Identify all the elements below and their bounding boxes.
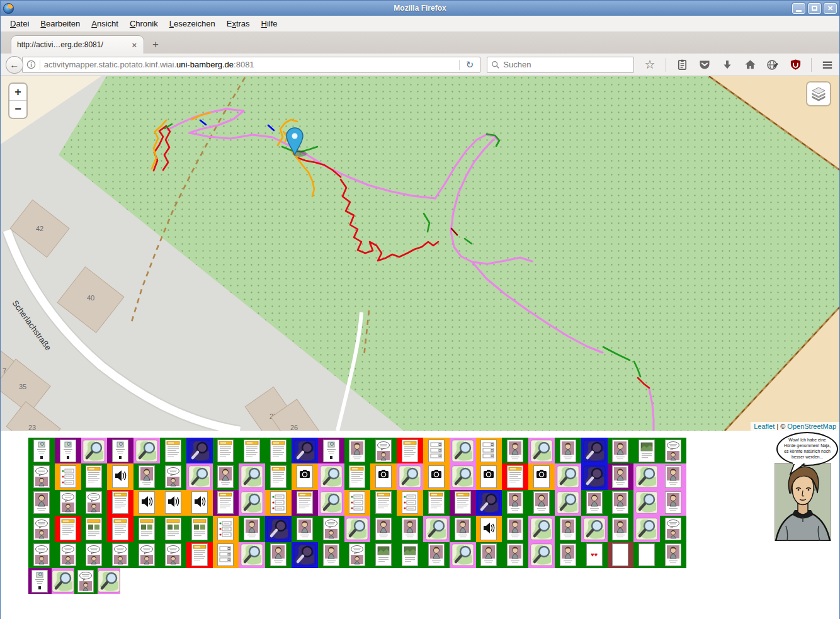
mosaic-tile-hearts[interactable]: ♥♥ [581,542,608,568]
mosaic-tile-map[interactable] [318,463,344,489]
mosaic-tile-photonote[interactable] [186,516,213,542]
downloads-icon[interactable] [720,58,734,72]
mosaic-tile-mapdark[interactable] [265,516,292,542]
home-icon[interactable] [743,58,757,72]
mosaic-tile-photo[interactable] [397,542,423,568]
mosaic-tile-note[interactable] [265,438,292,463]
mosaic-tile-avatar[interactable] [476,542,502,568]
search-box[interactable] [487,57,634,73]
leaflet-link[interactable]: Leaflet [754,423,775,430]
menu-datei[interactable]: Datei [4,16,35,31]
menu-ansicht[interactable]: Ansicht [86,16,124,31]
mosaic-tile-map[interactable] [239,490,265,516]
mosaic-tile-speaker[interactable] [160,490,186,516]
mosaic-tile-avatar[interactable] [555,542,581,568]
pocket-icon[interactable] [698,58,712,72]
mosaic-tile-avatar[interactable] [660,463,686,489]
mosaic-tile-form[interactable] [476,438,502,463]
menu-bearbeiten[interactable]: Bearbeiten [35,16,86,31]
mosaic-tile-note[interactable] [370,490,397,516]
mosaic-tile-mapdoc[interactable] [28,568,52,594]
mosaic-tile-mapdoc[interactable] [318,438,344,463]
mosaic-tile-photo[interactable] [633,438,660,463]
mosaic-tile-map[interactable] [555,463,581,489]
leaflet-map[interactable]: 42 40 7 35 23 28 [1,76,839,431]
menu-chronik[interactable]: Chronik [124,16,164,31]
mosaic-tile-checklist[interactable] [265,490,292,516]
bookmarks-sidebar-icon[interactable] [675,58,689,72]
mosaic-tile-bubble[interactable] [660,438,686,463]
mosaic-tile-avatar[interactable] [502,516,528,542]
mosaic-tile-note[interactable] [160,438,186,463]
mosaic-tile-camera[interactable] [423,463,450,489]
mosaic-tile-note[interactable] [265,463,292,489]
mosaic-tile-mapdoc[interactable] [55,438,81,463]
mosaic-tile-camera[interactable] [370,463,397,489]
mosaic-tile-avatar[interactable] [608,516,634,542]
search-input[interactable] [503,60,616,69]
mosaic-tile-form[interactable] [213,542,239,568]
tab-close-icon[interactable]: × [130,40,138,50]
hamburger-menu-icon[interactable] [820,58,834,72]
mosaic-tile-bubble[interactable] [28,542,55,568]
mosaic-tile-avatar[interactable] [423,542,450,568]
mosaic-tile-bubble[interactable] [74,568,98,594]
url-bar[interactable]: activitymapper.static.potato.kinf.wiai.u… [22,57,481,73]
mosaic-tile-camera[interactable] [476,463,502,489]
mosaic-tile-checklist[interactable] [55,463,81,489]
mosaic-tile-map[interactable] [81,438,108,463]
mosaic-tile-avatar[interactable] [213,463,239,489]
mosaic-tile-speaker[interactable] [133,490,160,516]
mosaic-tile-avatar[interactable] [450,516,476,542]
maximize-button[interactable] [808,3,821,14]
mosaic-tile-map[interactable] [98,568,121,594]
mosaic-tile-mapdark[interactable] [581,463,608,489]
mosaic-tile-bubble[interactable] [28,516,55,542]
mosaic-tile-speaker[interactable] [107,463,133,489]
mosaic-tile-checklist[interactable] [213,516,239,542]
mosaic-tile-avatar[interactable] [239,516,265,542]
mosaic-tile-avatar[interactable] [318,542,344,568]
mosaic-tile-note[interactable] [107,490,133,516]
mosaic-tile-map[interactable] [555,490,581,516]
mosaic-tile-camera[interactable] [528,463,555,489]
mosaic-tile-bubble[interactable] [160,463,186,489]
reload-button[interactable]: ↻ [463,59,477,71]
map-canvas[interactable]: 42 40 7 35 23 28 [1,76,839,431]
zoom-in-button[interactable]: + [9,84,26,101]
mosaic-tile-avatar[interactable] [528,490,555,516]
mosaic-tile-map[interactable] [528,516,555,542]
mosaic-tile-note[interactable] [213,490,239,516]
mosaic-tile-bubble[interactable] [660,516,686,542]
ublock-shield-icon[interactable] [788,58,802,72]
mosaic-tile-mapdoc[interactable] [28,438,55,463]
mosaic-tile-map[interactable] [239,542,265,568]
url-text[interactable]: activitymapper.static.potato.kinf.wiai.u… [44,60,455,69]
mosaic-tile-map[interactable] [397,463,423,489]
mosaic-tile-note[interactable] [81,463,108,489]
mosaic-tile-map[interactable] [581,516,608,542]
bookmark-star-icon[interactable]: ☆ [643,58,657,72]
mosaic-tile-map[interactable] [450,542,476,568]
extension-globe-icon[interactable] [766,58,780,72]
mosaic-tile-avatar[interactable] [555,516,581,542]
mosaic-tile-note[interactable] [107,516,133,542]
mosaic-tile-mapdark[interactable] [292,438,318,463]
mosaic-tile-speaker[interactable] [476,516,502,542]
mosaic-tile-mapdark[interactable] [476,490,502,516]
minimize-button[interactable] [792,3,805,14]
mosaic-tile-map[interactable] [528,438,555,463]
mosaic-tile-note[interactable] [450,490,476,516]
mosaic-tile-blank[interactable] [633,542,660,568]
mosaic-tile-form[interactable] [423,438,450,463]
mosaic-tile-note[interactable] [397,438,423,463]
mosaic-tile-map[interactable] [633,463,660,489]
mosaic-tile-avatar[interactable] [502,438,528,463]
mosaic-tile-mapdark[interactable] [186,438,213,463]
mosaic-tile-checklist[interactable] [397,490,423,516]
mosaic-tile-avatar[interactable] [292,516,318,542]
mosaic-tile-map[interactable] [450,438,476,463]
mosaic-tile-avatar[interactable] [344,438,371,463]
mosaic-tile-speaker[interactable] [186,490,213,516]
mosaic-tile-avatar[interactable] [581,490,608,516]
